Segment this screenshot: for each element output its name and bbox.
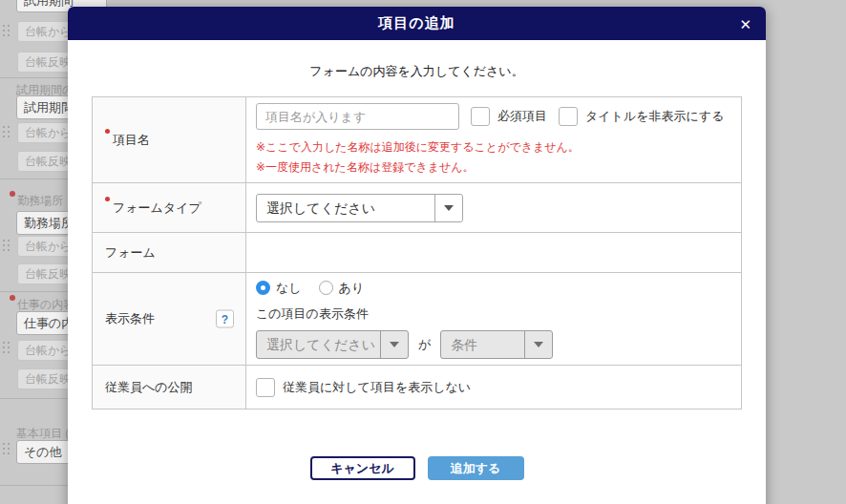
row-form-type: フォームタイプ 選択してください <box>93 183 741 233</box>
modal-instruction: フォームの内容を入力してください。 <box>68 63 766 80</box>
form-table: 項目名 必須項目 タイトルを非表示にする ※ここで入力した名称は追加後に変更する… <box>92 96 742 410</box>
drag-handle-icon[interactable] <box>3 443 5 445</box>
chevron-down-icon <box>524 331 552 358</box>
condition-value-select[interactable]: 条件 <box>440 330 553 359</box>
divider <box>0 398 76 399</box>
help-icon[interactable]: ? <box>216 310 234 328</box>
form-type-content-cell: 選択してください <box>246 183 741 232</box>
employee-visibility-label: 従業員への公開 <box>105 379 193 396</box>
add-item-modal: 項目の追加 ✕ フォームの内容を入力してください。 項目名 必須項目 <box>68 7 766 504</box>
cancel-button[interactable]: キャンセル <box>310 456 415 480</box>
divider <box>0 77 76 78</box>
item-name-input[interactable] <box>256 103 459 130</box>
row-item-name: 項目名 必須項目 タイトルを非表示にする ※ここで入力した名称は追加後に変更する… <box>93 97 741 183</box>
condition-target-select[interactable]: 選択してください <box>256 330 409 359</box>
item-name-label: 項目名 <box>113 132 150 149</box>
form-type-select-value: 選択してください <box>257 195 434 221</box>
condition-exists-radio[interactable] <box>319 281 333 295</box>
hide-title-checkbox[interactable] <box>559 107 578 126</box>
required-checkbox-label: 必須項目 <box>497 108 547 125</box>
row-form: フォーム <box>93 233 741 273</box>
display-condition-label: 表示条件 <box>105 310 155 327</box>
employee-visibility-content-cell: 従業員に対して項目を表示しない <box>246 366 741 409</box>
employee-visibility-label-cell: 従業員への公開 <box>93 366 246 409</box>
modal-title: 項目の追加 <box>378 14 455 32</box>
chevron-down-icon <box>380 331 408 358</box>
bg-select-field[interactable]: その他 <box>16 440 74 464</box>
item-name-label-cell: 項目名 <box>93 97 246 182</box>
form-label-cell: フォーム <box>93 233 246 272</box>
hide-from-employee-checkbox-label: 従業員に対して項目を表示しない <box>283 379 471 396</box>
condition-sub-label: この項目の表示条件 <box>246 305 741 323</box>
form-type-select[interactable]: 選択してください <box>256 194 463 222</box>
condition-none-radio[interactable] <box>256 281 270 295</box>
item-name-note-2: ※一度使用された名称は登録できません。 <box>256 158 741 178</box>
required-dot <box>105 129 110 134</box>
modal-header: 項目の追加 ✕ <box>68 7 766 40</box>
condition-exists-label: あり <box>339 280 365 297</box>
required-dot <box>105 197 110 201</box>
display-condition-label-cell: 表示条件 ? <box>93 273 246 365</box>
close-icon[interactable]: ✕ <box>739 16 751 31</box>
condition-value-select-value: 条件 <box>441 331 524 358</box>
drag-handle-icon[interactable] <box>3 240 5 242</box>
modal-footer: キャンセル 追加する <box>68 456 766 480</box>
hide-from-employee-checkbox[interactable] <box>256 378 275 397</box>
submit-button[interactable]: 追加する <box>428 456 524 480</box>
drag-handle-icon[interactable] <box>3 126 5 128</box>
item-name-note-1: ※ここで入力した名称は追加後に変更することができません。 <box>256 137 741 158</box>
condition-target-select-value: 選択してください <box>257 331 380 358</box>
display-condition-content-cell: なし あり この項目の表示条件 選択してください が 条件 <box>246 273 741 365</box>
row-employee-visibility: 従業員への公開 従業員に対して項目を表示しない <box>93 366 741 409</box>
form-label: フォーム <box>105 244 156 262</box>
divider <box>0 178 76 179</box>
drag-handle-icon[interactable] <box>3 25 5 27</box>
divider <box>0 485 76 486</box>
form-type-label-cell: フォームタイプ <box>93 183 246 232</box>
condition-none-label: なし <box>276 280 302 297</box>
required-checkbox[interactable] <box>471 107 490 126</box>
required-dot <box>10 295 15 301</box>
drag-handle-icon[interactable] <box>3 342 5 344</box>
divider <box>0 291 76 292</box>
form-content-cell <box>246 233 741 272</box>
form-type-label: フォームタイプ <box>113 200 201 217</box>
required-dot <box>10 191 15 197</box>
condition-connector: が <box>418 336 431 353</box>
chevron-down-icon <box>434 195 462 221</box>
hide-title-checkbox-label: タイトルを非表示にする <box>585 108 724 125</box>
item-name-content-cell: 必須項目 タイトルを非表示にする ※ここで入力した名称は追加後に変更することがで… <box>246 97 741 182</box>
row-display-condition: 表示条件 ? なし あり この項目の表示条件 選択してください が <box>93 273 741 366</box>
